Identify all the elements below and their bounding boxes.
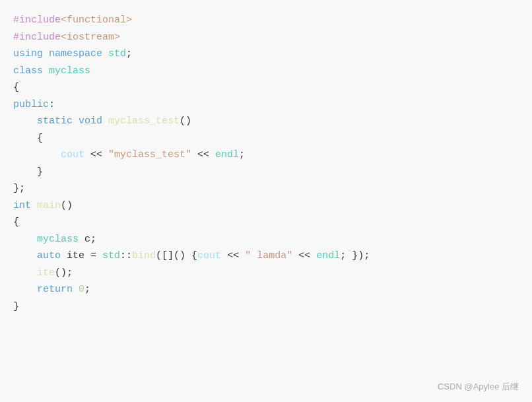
static-keyword: static	[37, 116, 73, 127]
code-line-12: int main()	[13, 197, 519, 215]
code-line-5: {	[13, 79, 519, 96]
return-value: 0	[79, 284, 84, 295]
endl-1: endl	[215, 149, 239, 160]
code-line-10: }	[13, 164, 519, 181]
include-keyword-2: #include	[13, 32, 61, 43]
bind-funcname: bind	[132, 250, 156, 261]
code-line-6: public:	[13, 96, 519, 114]
include-keyword-1: #include	[13, 15, 61, 26]
string-myclass-test: "myclass_test"	[108, 149, 191, 160]
using-keyword: using	[13, 48, 43, 59]
public-keyword: public	[13, 99, 49, 110]
string-lamda: " lamda"	[245, 250, 292, 261]
return-keyword: return	[37, 284, 73, 295]
class-keyword: class	[13, 65, 43, 77]
code-editor: #include<functional> #include<iostream> …	[0, 0, 532, 402]
code-line-3: using namespace std;	[13, 46, 519, 63]
main-funcname: main	[37, 200, 61, 211]
myclass-type-2: myclass	[37, 234, 79, 245]
code-line-13: {	[13, 214, 519, 231]
int-keyword: int	[13, 200, 31, 211]
include-header-1: <functional>	[61, 15, 132, 26]
code-line-16: ite();	[13, 265, 519, 282]
code-line-18: }	[13, 298, 519, 316]
cout-keyword-1: cout	[61, 149, 84, 160]
code-line-14: myclass c;	[13, 231, 519, 248]
namespace-keyword: namespace	[49, 48, 102, 59]
code-line-15: auto ite = std::bind([]() {cout << " lam…	[13, 248, 519, 265]
code-line-7: static void myclass_test()	[13, 113, 519, 130]
std-name-2: std	[102, 250, 120, 261]
myclass-test-funcname: myclass_test	[108, 116, 180, 127]
code-line-1: #include<functional>	[13, 12, 519, 29]
code-line-11: };	[13, 180, 519, 197]
endl-2: endl	[316, 250, 340, 261]
code-line-4: class myclass	[13, 63, 519, 80]
include-header-2: <iostream>	[61, 32, 120, 43]
watermark: CSDN @Apylee 后继	[438, 380, 519, 394]
std-name: std	[108, 48, 126, 59]
void-keyword-1: void	[79, 116, 102, 127]
cout-keyword-2: cout	[197, 250, 221, 261]
code-line-2: #include<iostream>	[13, 29, 519, 46]
code-line-8: {	[13, 130, 519, 147]
myclass-name: myclass	[49, 65, 90, 77]
code-line-17: return 0;	[13, 281, 519, 298]
auto-keyword: auto	[37, 250, 61, 261]
ite-call: ite	[37, 267, 55, 279]
code-line-9: cout << "myclass_test" << endl;	[13, 147, 519, 164]
